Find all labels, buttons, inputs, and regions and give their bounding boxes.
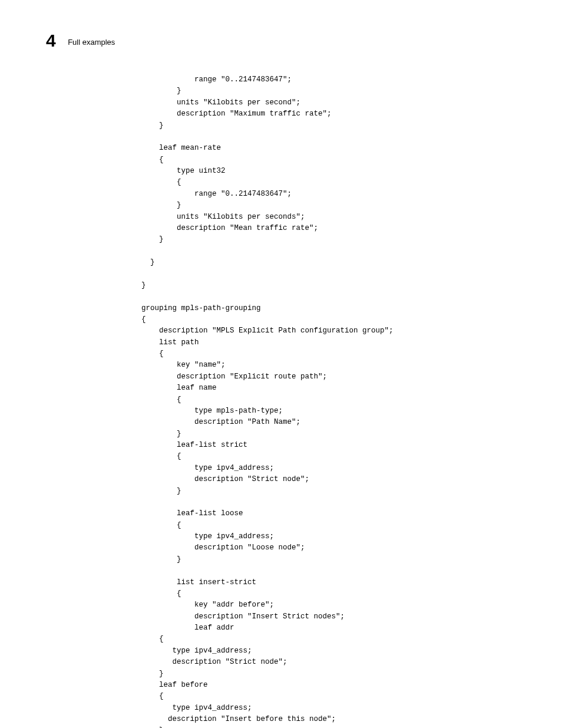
chapter-number: 4: [46, 31, 56, 51]
page: 4 Full examples range "0..2147483647"; }…: [0, 0, 562, 728]
page-header: 4 Full examples: [0, 31, 562, 51]
code-block: range "0..2147483647"; } units "Kilobits…: [141, 74, 562, 728]
chapter-title: Full examples: [68, 38, 115, 47]
